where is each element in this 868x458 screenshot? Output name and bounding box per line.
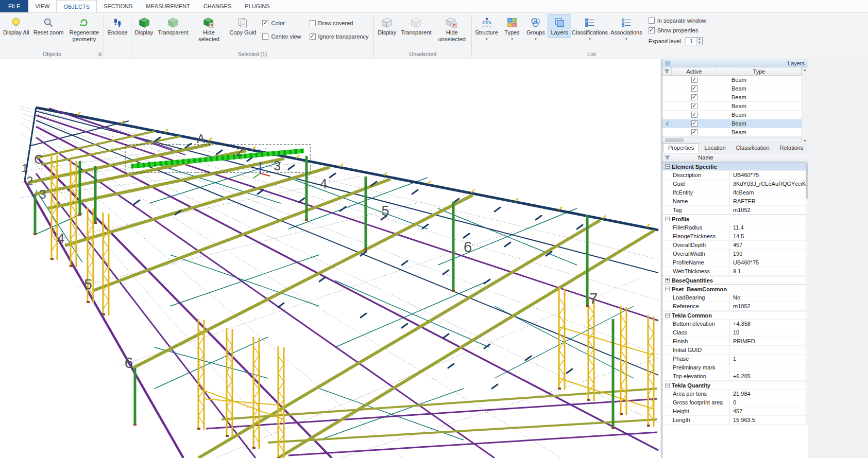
filter-icon[interactable] xyxy=(662,67,672,75)
property-row[interactable]: FlangeThickness14.5 xyxy=(662,232,806,241)
scroll-up-icon[interactable]: ▲ xyxy=(803,68,807,72)
3d-viewport[interactable]: A234567C123456 xyxy=(0,59,660,458)
checkbox-box[interactable] xyxy=(262,33,268,40)
structure-button[interactable]: Structure ▾ xyxy=(473,14,500,42)
column-header-type[interactable]: Type xyxy=(717,67,802,75)
chevron-down-icon[interactable]: ▾ xyxy=(625,37,627,41)
layer-active-checkbox[interactable] xyxy=(691,85,697,92)
reset-zoom-button[interactable]: Reset zoom xyxy=(31,14,66,38)
layer-active-checkbox[interactable] xyxy=(691,112,697,118)
draw-covered-checkbox[interactable]: Draw covered xyxy=(310,20,369,26)
property-row[interactable]: ProfileNameUB460*75 xyxy=(662,258,806,267)
property-section-row[interactable]: −Profile xyxy=(662,215,806,223)
ribbon-tab-file[interactable]: FILE xyxy=(0,0,28,12)
transparent-unselected-button[interactable]: Transparent xyxy=(399,14,433,38)
layer-row[interactable]: √Beam xyxy=(662,119,802,128)
property-row[interactable]: Referencem1052 xyxy=(662,302,806,311)
property-row[interactable]: Length15 963.5 xyxy=(662,416,806,425)
expand-level-spinner[interactable]: 1 ▲▼ xyxy=(686,37,703,45)
transparent-selected-button[interactable]: Transparent xyxy=(156,14,191,38)
layer-row[interactable]: Beam xyxy=(662,102,802,111)
display-selected-button[interactable]: Display xyxy=(132,14,156,38)
classifications-button[interactable]: Classifications ▾ xyxy=(571,14,608,42)
regenerate-geometry-button[interactable]: Regenerate geometry xyxy=(65,14,103,44)
property-row[interactable]: LoadBearingNo xyxy=(662,293,806,302)
property-row[interactable]: IfcEntityIfcBeam xyxy=(662,188,806,197)
property-row[interactable]: Tagm1052 xyxy=(662,206,806,215)
ribbon-tab-view[interactable]: VIEW xyxy=(28,0,56,12)
property-row[interactable]: OverallWidth190 xyxy=(662,250,806,258)
collapse-icon[interactable]: − xyxy=(665,217,670,221)
groups-button[interactable]: Groups ▾ xyxy=(524,14,548,42)
layer-active-checkbox[interactable] xyxy=(691,129,697,135)
tab-relations[interactable]: Relations xyxy=(775,143,809,153)
spinner-up-icon[interactable]: ▲ xyxy=(697,38,702,41)
property-row[interactable]: Area per tons21.984 xyxy=(662,390,806,398)
property-row[interactable]: FinishPRIMED xyxy=(662,337,806,346)
property-row[interactable]: OverallDepth457 xyxy=(662,241,806,250)
chevron-down-icon[interactable]: ▾ xyxy=(589,37,591,41)
chevron-down-icon[interactable]: ▾ xyxy=(535,37,537,41)
property-row[interactable]: Height457 xyxy=(662,407,806,416)
spinner-down-icon[interactable]: ▼ xyxy=(697,41,702,45)
property-row[interactable]: Bottom elevation+4.358 xyxy=(662,320,806,328)
property-row[interactable]: Class10 xyxy=(662,328,806,337)
ribbon-tab-plugins[interactable]: PLUGINS xyxy=(238,0,276,12)
hide-selected-button[interactable]: Hide selected xyxy=(191,14,228,44)
ribbon-tab-sections[interactable]: SECTIONS xyxy=(97,0,139,12)
tab-location[interactable]: Location xyxy=(699,143,731,153)
copy-guid-button[interactable]: Copy Guid xyxy=(228,14,259,38)
checkbox-box[interactable] xyxy=(310,20,316,26)
expand-icon[interactable]: + xyxy=(665,278,670,283)
hide-unselected-button[interactable]: Hide unselected xyxy=(433,14,470,44)
layer-active-checkbox[interactable] xyxy=(691,77,697,83)
layer-row[interactable]: Beam xyxy=(662,111,802,119)
property-row[interactable]: NameRAFTER xyxy=(662,197,806,206)
collapse-icon[interactable]: − xyxy=(665,313,670,318)
property-row[interactable]: Guid3KdY03J_rCLeAuRQGYcciK xyxy=(662,180,806,188)
layer-active-checkbox[interactable] xyxy=(691,120,697,127)
checkbox-box[interactable] xyxy=(649,17,655,24)
layers-horizontal-scrollbar[interactable] xyxy=(662,137,802,143)
color-checkbox[interactable]: Color xyxy=(262,20,301,26)
checkbox-box[interactable] xyxy=(310,33,316,40)
layer-row[interactable]: Beam xyxy=(662,76,802,84)
property-row[interactable]: DescriptionUB460*75 xyxy=(662,171,806,180)
layer-row[interactable]: Beam xyxy=(662,128,802,137)
ignore-transparency-checkbox[interactable]: Ignore transparency xyxy=(310,33,369,40)
scroll-down-icon[interactable]: ▼ xyxy=(803,139,807,143)
property-row[interactable]: Initial GUID xyxy=(662,346,806,355)
center-view-checkbox[interactable]: Center view xyxy=(262,33,301,40)
property-section-row[interactable]: −Tekla Quantity xyxy=(662,381,806,390)
property-grid-header[interactable]: Name xyxy=(662,153,808,162)
property-row[interactable]: Top elevation+6.205 xyxy=(662,372,806,381)
display-all-button[interactable]: Display All xyxy=(1,14,31,38)
enclose-button[interactable]: Enclose xyxy=(105,14,129,38)
ribbon-tab-measurement[interactable]: MEASUREMENT xyxy=(139,0,197,12)
associations-button[interactable]: Associations ▾ xyxy=(608,14,644,42)
property-row[interactable]: Phase1 xyxy=(662,355,806,363)
property-row[interactable]: WebThickness9.1 xyxy=(662,267,806,276)
layer-active-checkbox[interactable] xyxy=(691,94,697,100)
column-header-active[interactable]: Active xyxy=(672,67,717,75)
display-unselected-button[interactable]: Display xyxy=(375,14,399,38)
property-section-row[interactable]: +BaseQuantities xyxy=(662,276,806,285)
chevron-down-icon[interactable]: ▾ xyxy=(486,37,488,41)
checkbox-box[interactable] xyxy=(649,27,655,33)
collapse-icon[interactable]: − xyxy=(665,383,670,387)
in-separate-window-checkbox[interactable]: In separate window xyxy=(649,17,706,24)
ribbon-tab-changes[interactable]: CHANGES xyxy=(197,0,238,12)
tab-classification[interactable]: Classification xyxy=(731,143,775,153)
layers-table-header[interactable]: Active Type xyxy=(662,67,802,76)
chevron-down-icon[interactable]: ▾ xyxy=(511,37,513,41)
layer-row[interactable]: Beam xyxy=(662,84,802,93)
property-row[interactable]: Gross footprint area0 xyxy=(662,398,806,407)
collapse-icon[interactable]: − xyxy=(665,287,670,291)
layers-vertical-scrollbar[interactable]: ▲▼ xyxy=(802,67,808,143)
dialog-launcher-icon[interactable]: ⇲ xyxy=(97,51,101,57)
checkbox-box[interactable] xyxy=(262,20,268,26)
filter-icon[interactable] xyxy=(662,155,672,161)
scrollbar-thumb[interactable] xyxy=(665,138,684,142)
show-properties-checkbox[interactable]: Show properties xyxy=(649,27,706,33)
collapse-icon[interactable]: − xyxy=(665,164,670,169)
